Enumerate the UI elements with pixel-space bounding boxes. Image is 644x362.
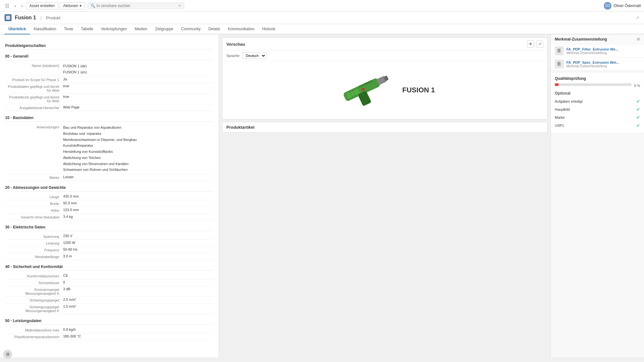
merkmal-type: Merkmal-Zusammenstellung <box>566 51 618 55</box>
prop-value: true <box>63 95 213 98</box>
search-input[interactable] <box>97 4 177 8</box>
preview-title: Vorschau <box>226 42 245 47</box>
preview-body: FUSION 1 <box>223 61 547 119</box>
titlebar: Fusion 1 | Produkt ⇗ <box>0 12 644 24</box>
prop-label: Schwingungspegel Messungenauigkeit K <box>5 304 63 313</box>
prop-value: 133.0 mm <box>63 208 213 212</box>
merkmal-name: FA_PDP_Spec_Extrusion Wel... <box>566 60 619 64</box>
table-row: Plastifiziertemperaturbereich180-300 °C <box>5 333 213 340</box>
progress-bar-outer <box>555 83 631 86</box>
prop-value: 2.5 m/s² <box>63 298 213 302</box>
tab-klassifikation[interactable]: Klassifikation <box>30 24 60 34</box>
merkmal-items: FA_PDP_Filter_Extrusion We...Merkmal-Zus… <box>551 44 644 71</box>
prop-value: II <box>63 280 213 284</box>
prop-label: Emissionspegel Messungenauigkeit K <box>5 287 63 295</box>
table-row: Länge435.0 mm <box>5 193 213 200</box>
check-icon: ✔ <box>636 123 640 128</box>
prop-label: Höhe <box>5 208 63 212</box>
aktionen-label: Aktionen <box>63 4 78 8</box>
list-item[interactable]: FA_PDP_Filter_Extrusion We...Merkmal-Zus… <box>551 44 644 58</box>
table-row: Name (lokalisiert)FUSION 1 (de)FUSION 1 … <box>5 62 213 76</box>
section-header: 30 - Elektrische Daten <box>5 225 213 231</box>
table-row: Breite92.0 mm <box>5 200 213 207</box>
back-btn[interactable]: ‹ <box>13 2 18 10</box>
svg-rect-0 <box>6 16 10 20</box>
table-row: Ausgabekanal-HierarchieWeb Page <box>5 104 213 111</box>
merkmal-doc-icon <box>555 46 564 55</box>
prop-label: Breite <box>5 201 63 206</box>
prop-value: 50-60 Hz <box>63 247 213 251</box>
product-icon <box>5 14 12 21</box>
prop-label: Produktdaten gepflegt und bereit für Web <box>5 84 63 92</box>
svg-rect-14 <box>557 62 561 66</box>
aktionen-btn[interactable]: Aktionen ▾ <box>60 2 85 9</box>
list-item: USP1✔ <box>555 122 640 130</box>
table-row: Leistung1200 W <box>5 240 213 246</box>
merkmal-name: FA_PDP_Filter_Extrusion We... <box>566 47 618 51</box>
table-row: Emissionspegel Messungenauigkeit K3 dB <box>5 286 213 297</box>
prop-value: 3.0 m <box>63 254 213 258</box>
language-selector: Sprache Deutsch English <box>223 51 547 61</box>
search-box[interactable]: 🔍 ▼ <box>88 3 184 9</box>
expand-btn[interactable]: ⇗ <box>636 15 639 20</box>
right-panel: Merkmal-Zusammenstellung ⚙ FA_PDP_Filter… <box>551 34 644 357</box>
quality-item-label: Hauptbild <box>555 107 570 111</box>
svg-rect-17 <box>558 64 559 64</box>
tab-community[interactable]: Community <box>177 24 204 34</box>
middle-panel: Vorschau 👁 ↗ Sprache Deutsch English <box>219 34 551 357</box>
language-select[interactable]: Deutsch English <box>242 52 266 59</box>
prop-label: Konformitätszeichen <box>5 274 63 278</box>
section-header: 50 - Leistungsdaten <box>5 319 213 325</box>
table-row: KonformitätszeichenCE <box>5 273 213 279</box>
prop-label: Materialausstoss max <box>5 328 63 332</box>
forward-btn[interactable]: › <box>19 2 25 10</box>
prop-value: Leister <box>63 175 213 179</box>
svg-rect-11 <box>558 50 560 50</box>
prop-value: 3.4 kg <box>63 215 213 218</box>
prop-label: Frequenz <box>5 247 63 252</box>
quality-item-label: USP1 <box>555 124 564 127</box>
quality-item-label: Marke <box>555 116 565 119</box>
tab-texte[interactable]: Texte <box>60 24 77 34</box>
prop-label: Länge <box>5 194 63 199</box>
tab-berblick[interactable]: Überblick <box>5 24 30 34</box>
prop-value: 92.0 mm <box>63 201 213 205</box>
progress-pct: 0 % <box>634 84 640 88</box>
tab-zielgruppe[interactable]: Zielgruppe <box>151 24 177 34</box>
table-row: MarkeLeister <box>5 174 213 181</box>
prop-label: Schutzklasse <box>5 280 63 285</box>
merkmal-header: Merkmal-Zusammenstellung ⚙ <box>551 34 644 44</box>
list-item: Aufgaben erledigt✔ <box>555 97 640 106</box>
quality-items: Aufgaben erledigt✔Hauptbild✔Marke✔USP1✔ <box>555 97 640 130</box>
table-row: Produktdaten gepflegt und bereit für Web… <box>5 83 213 94</box>
table-row: AnwendungenBau und Reparatur von Aquakul… <box>5 124 213 174</box>
prop-label: Netzkabellänge <box>5 254 63 259</box>
produkteigenschaften-title: Produkteigenschaften <box>5 43 213 50</box>
prop-value: CE <box>63 274 213 277</box>
language-label: Sprache <box>226 54 240 58</box>
prop-label: Anwendungen <box>5 125 63 129</box>
tab-details[interactable]: Details <box>204 24 224 34</box>
tab-kommunikation[interactable]: Kommunikation <box>224 24 259 34</box>
preview-eye-btn[interactable]: 👁 <box>527 41 534 48</box>
tab-medien[interactable]: Medien <box>131 24 151 34</box>
merkmal-config-btn[interactable]: ⚙ <box>637 37 640 42</box>
box-icon <box>6 15 10 20</box>
bottom-settings-btn[interactable]: ⚙ <box>3 350 12 359</box>
prop-value: 1200 W <box>63 241 213 245</box>
prop-label: Gewicht ohne Netzkabel <box>5 215 63 219</box>
prop-label: Produkttexte gepflegt und bereit für Web <box>5 95 63 103</box>
tab-tabelle[interactable]: Tabelle <box>77 24 97 34</box>
asset-erstellen-btn[interactable]: Asset erstellen <box>26 2 58 9</box>
produktartikel-card: Produktartikel <box>222 122 547 133</box>
preview-expand-btn[interactable]: ↗ <box>536 41 543 48</box>
list-item[interactable]: FA_PDP_Spec_Extrusion Wel...Merkmal-Zusa… <box>551 58 644 71</box>
grid-menu-btn[interactable]: ☷ <box>3 2 11 10</box>
tab-historie[interactable]: Historie <box>258 24 279 34</box>
product-image <box>335 68 393 113</box>
progress-bar-inner <box>555 83 559 86</box>
tab-verknpfungen[interactable]: Verknüpfungen <box>97 24 131 34</box>
svg-rect-10 <box>557 49 561 53</box>
tabbar: ÜberblickKlassifikationTexteTabelleVerkn… <box>0 24 644 34</box>
merkmal-text-block: FA_PDP_Spec_Extrusion Wel...Merkmal-Zusa… <box>566 60 619 68</box>
